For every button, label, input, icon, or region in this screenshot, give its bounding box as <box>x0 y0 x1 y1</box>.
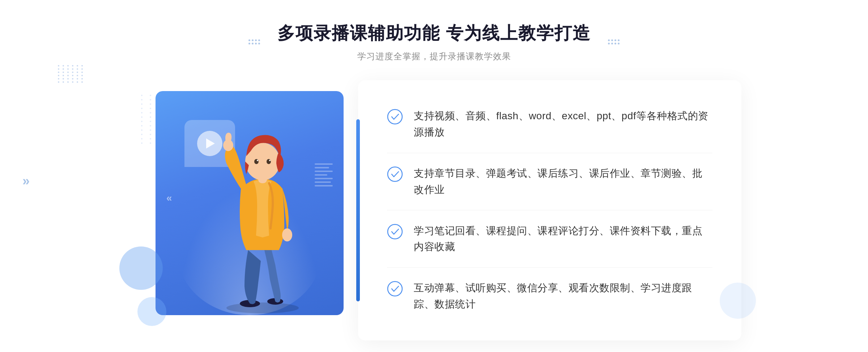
feature-item-2: 支持章节目录、弹题考试、课后练习、课后作业、章节测验、批改作业 <box>387 158 712 205</box>
illustration-container: « <box>127 80 373 333</box>
feature-text-2: 支持章节目录、弹题考试、课后练习、课后作业、章节测验、批改作业 <box>414 166 712 198</box>
svg-point-9 <box>257 160 258 161</box>
feature-item-4: 互动弹幕、试听购买、微信分享、观看次数限制、学习进度跟踪、数据统计 <box>387 273 712 320</box>
svg-point-14 <box>388 282 402 296</box>
divider-2 <box>387 210 712 210</box>
feature-text-4: 互动弹幕、试听购买、微信分享、观看次数限制、学习进度跟踪、数据统计 <box>414 280 712 313</box>
chevron-inner-icon: « <box>166 192 172 204</box>
decorative-dots-left <box>58 65 87 94</box>
page-container: » 多项录播课辅助功能 专为线上教学打造 学习进度全掌握，提升录播课教学效果 <box>0 0 868 352</box>
svg-point-8 <box>267 159 271 164</box>
feature-item-1: 支持视频、音频、flash、word、excel、ppt、pdf等各种格式的资源… <box>387 101 712 148</box>
svg-point-3 <box>223 139 233 151</box>
check-circle-icon-3 <box>387 224 403 240</box>
header-deco-right <box>608 39 620 44</box>
page-title: 多项录播课辅助功能 专为线上教学打造 <box>277 22 590 45</box>
page-subtitle: 学习进度全掌握，提升录播课教学效果 <box>277 51 590 62</box>
check-circle-icon-1 <box>387 109 403 125</box>
circle-decoration-2 <box>137 297 166 326</box>
content-area: « 支持视频、音频、flash、word、excel、ppt、pdf等各种格式的… <box>127 80 741 340</box>
divider-1 <box>387 153 712 153</box>
features-panel: 支持视频、音频、flash、word、excel、ppt、pdf等各种格式的资源… <box>358 80 741 340</box>
header-deco-left <box>248 39 260 44</box>
header-section: 多项录播课辅助功能 专为线上教学打造 学习进度全掌握，提升录播课教学效果 <box>277 22 590 62</box>
circle-decoration-1 <box>119 246 163 290</box>
blue-accent-bar <box>356 119 360 301</box>
svg-point-13 <box>388 224 402 239</box>
check-circle-icon-2 <box>387 166 403 182</box>
svg-point-7 <box>254 159 259 164</box>
deco-circle-bottom-right <box>720 283 756 319</box>
chevron-left-icon: » <box>22 173 30 189</box>
person-illustration <box>197 106 328 315</box>
feature-text-1: 支持视频、音频、flash、word、excel、ppt、pdf等各种格式的资源… <box>414 108 712 141</box>
svg-point-4 <box>282 228 292 241</box>
feature-text-3: 学习笔记回看、课程提问、课程评论打分、课件资料下载，重点内容收藏 <box>414 223 712 256</box>
check-circle-icon-4 <box>387 281 403 297</box>
svg-point-0 <box>226 302 299 313</box>
feature-item-3: 学习笔记回看、课程提问、课程评论打分、课件资料下载，重点内容收藏 <box>387 216 712 263</box>
svg-point-10 <box>269 160 271 161</box>
divider-3 <box>387 267 712 268</box>
svg-point-11 <box>388 110 402 124</box>
svg-point-12 <box>388 167 402 181</box>
blue-illustration-card: « <box>156 91 344 315</box>
